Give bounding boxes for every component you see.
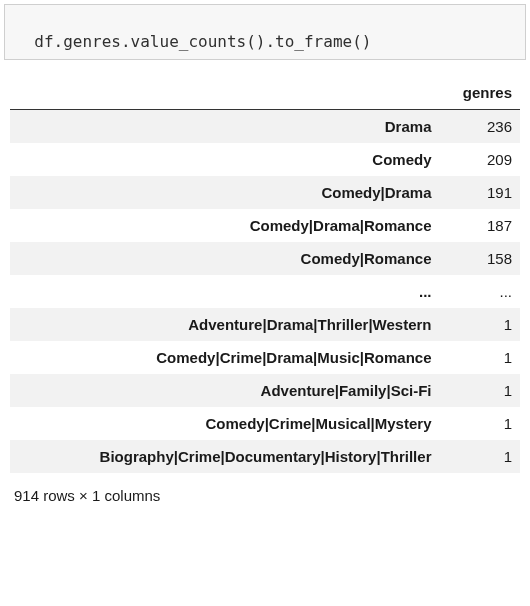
table-row: Biography|Crime|Documentary|History|Thri… bbox=[10, 440, 520, 473]
row-value: 1 bbox=[439, 440, 520, 473]
row-label: Comedy|Drama|Romance bbox=[10, 209, 439, 242]
row-value: 1 bbox=[439, 308, 520, 341]
row-label: Comedy|Crime|Musical|Mystery bbox=[10, 407, 439, 440]
row-label: Adventure|Drama|Thriller|Western bbox=[10, 308, 439, 341]
row-value: 209 bbox=[439, 143, 520, 176]
table-row: Comedy 209 bbox=[10, 143, 520, 176]
table-row: Drama 236 bbox=[10, 110, 520, 144]
dataframe-table: genres Drama 236 Comedy 209 Comedy|Drama… bbox=[10, 74, 520, 473]
table-row: Comedy|Crime|Musical|Mystery 1 bbox=[10, 407, 520, 440]
column-header-genres: genres bbox=[439, 74, 520, 110]
row-value: 187 bbox=[439, 209, 520, 242]
row-value: 1 bbox=[439, 341, 520, 374]
header-corner bbox=[10, 74, 439, 110]
output-area: genres Drama 236 Comedy 209 Comedy|Drama… bbox=[4, 60, 526, 512]
row-label: Comedy bbox=[10, 143, 439, 176]
table-row-ellipsis: ... ... bbox=[10, 275, 520, 308]
table-row: Adventure|Drama|Thriller|Western 1 bbox=[10, 308, 520, 341]
dataframe-shape-info: 914 rows × 1 columns bbox=[10, 473, 520, 504]
row-value: 1 bbox=[439, 407, 520, 440]
row-value: 191 bbox=[439, 176, 520, 209]
table-row: Adventure|Family|Sci-Fi 1 bbox=[10, 374, 520, 407]
row-label: ... bbox=[10, 275, 439, 308]
table-row: Comedy|Drama|Romance 187 bbox=[10, 209, 520, 242]
row-value: ... bbox=[439, 275, 520, 308]
row-label: Comedy|Crime|Drama|Music|Romance bbox=[10, 341, 439, 374]
row-value: 1 bbox=[439, 374, 520, 407]
code-text: df.genres.value_counts().to_frame() bbox=[34, 32, 371, 51]
row-value: 236 bbox=[439, 110, 520, 144]
row-label: Comedy|Drama bbox=[10, 176, 439, 209]
row-value: 158 bbox=[439, 242, 520, 275]
table-row: Comedy|Drama 191 bbox=[10, 176, 520, 209]
row-label: Biography|Crime|Documentary|History|Thri… bbox=[10, 440, 439, 473]
row-label: Comedy|Romance bbox=[10, 242, 439, 275]
table-row: Comedy|Crime|Drama|Music|Romance 1 bbox=[10, 341, 520, 374]
row-label: Drama bbox=[10, 110, 439, 144]
row-label: Adventure|Family|Sci-Fi bbox=[10, 374, 439, 407]
code-input-cell[interactable]: df.genres.value_counts().to_frame() bbox=[4, 4, 526, 60]
table-row: Comedy|Romance 158 bbox=[10, 242, 520, 275]
